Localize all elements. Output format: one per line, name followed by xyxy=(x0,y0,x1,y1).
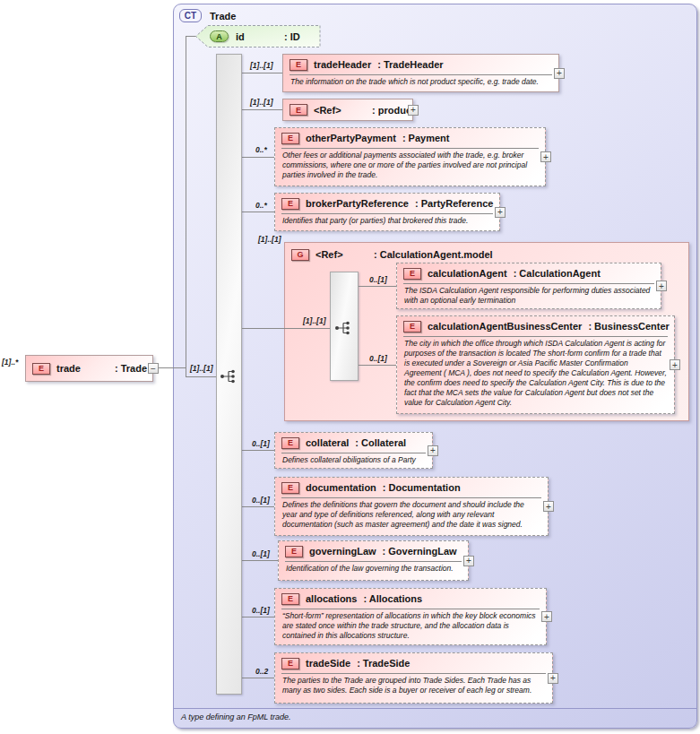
connector-line-allocations xyxy=(242,617,274,617)
element-annotation: The information on the trade which is no… xyxy=(290,74,552,87)
expand-icon[interactable]: + xyxy=(463,556,474,566)
collapse-icon[interactable]: − xyxy=(148,363,159,374)
element-name: documentation xyxy=(306,482,376,493)
element-annotation: The parties to the Trade are grouped int… xyxy=(281,673,546,695)
element-name: tradeHeader xyxy=(314,59,371,70)
inner-sequence-icon xyxy=(334,320,354,336)
element-type: : PartyReference xyxy=(415,198,493,209)
expand-icon[interactable]: + xyxy=(540,151,551,162)
complex-type-badge: CT xyxy=(179,9,202,22)
element-badge: E xyxy=(281,482,299,494)
attribute-id[interactable]: A id : ID xyxy=(195,25,321,47)
element-badge: E xyxy=(285,546,303,557)
element-type: : Documentation xyxy=(383,482,461,493)
connector-line-brokerpartyreference xyxy=(242,212,274,212)
cardinality-calculationagentbusinesscenter: 0..[1] xyxy=(369,354,387,363)
element-annotation: Defines collateral obiligations of a Par… xyxy=(281,453,426,465)
expand-icon[interactable]: + xyxy=(408,105,419,116)
element-annotation: Identifies that party (or parties) that … xyxy=(281,213,493,226)
element-badge: E xyxy=(403,321,421,332)
element-title: E trade : Trade xyxy=(26,356,152,381)
expand-icon[interactable]: + xyxy=(670,359,680,370)
element-name: collateral xyxy=(306,437,349,448)
element-name: otherPartyPayment xyxy=(306,133,396,143)
element-type: : Trade xyxy=(115,363,147,374)
element-brokerpartyreference[interactable]: E brokerPartyReference : PartyReference … xyxy=(274,193,500,231)
complex-type-header: CT Trade xyxy=(179,9,236,22)
root-element-trade[interactable]: E trade : Trade − xyxy=(25,355,153,382)
cardinality-tradeheader: [1]..[1] xyxy=(250,61,273,70)
element-badge: E xyxy=(281,658,299,669)
element-title: E <Ref> : product xyxy=(283,99,412,120)
schema-diagram: CT Trade A type defining an FpML trade. … xyxy=(0,0,700,734)
cardinality-tradeside: 0..2 xyxy=(255,667,268,676)
element-annotation: Defines the definitions that govern the … xyxy=(281,497,541,530)
element-type: : TradeSide xyxy=(357,658,410,669)
element-badge: E xyxy=(403,268,421,280)
element-name: calculationAgentBusinessCenter xyxy=(428,321,582,332)
attribute-title: A id : ID xyxy=(210,25,300,47)
element-calculationagent[interactable]: E calculationAgent : CalculationAgent Th… xyxy=(396,263,661,309)
element-title: E tradeSide : TradeSide xyxy=(275,653,552,673)
cardinality-documentation: 0..[1] xyxy=(252,496,270,505)
connector-line-governinglaw xyxy=(242,560,278,561)
group-type: : CalculationAgent.model xyxy=(374,249,493,260)
element-title: E brokerPartyReference : PartyReference xyxy=(275,194,499,213)
cardinality-otherpartypayment: 0..* xyxy=(255,145,267,154)
element-badge: E xyxy=(281,593,299,605)
element-tradeside[interactable]: E tradeSide : TradeSide The parties to t… xyxy=(274,652,553,704)
element-documentation[interactable]: E documentation : Documentation Defines … xyxy=(274,477,549,536)
element-annotation: The ISDA Calculation Agent responsible f… xyxy=(403,283,654,306)
connector-line-collateral xyxy=(242,450,274,451)
expand-icon[interactable]: + xyxy=(548,673,558,684)
element-governinglaw[interactable]: E governingLaw : GoverningLaw Identifica… xyxy=(278,540,469,581)
cardinality-allocations: 0..[1] xyxy=(252,606,270,615)
expand-icon[interactable]: + xyxy=(495,207,506,218)
element-type: : CalculationAgent xyxy=(514,268,601,279)
expand-icon[interactable]: + xyxy=(543,501,554,512)
element-title: E collateral : Collateral xyxy=(275,433,432,453)
element-name: tradeSide xyxy=(306,658,350,669)
group-badge: G xyxy=(291,249,309,261)
element-type: : Collateral xyxy=(355,437,406,448)
element-name: brokerPartyReference xyxy=(306,198,409,209)
element-annotation: “Short-form” representation of allocatio… xyxy=(281,609,540,641)
connector-line-calculationagent xyxy=(359,286,396,287)
element-badge: E xyxy=(281,133,299,144)
expand-icon[interactable]: + xyxy=(554,68,565,79)
cardinality-inner-sequence: [1]..[1] xyxy=(303,316,326,325)
expand-icon[interactable]: + xyxy=(428,445,438,456)
connector-line-documentation xyxy=(242,506,274,507)
connector-line-tradeside xyxy=(242,678,274,678)
expand-icon[interactable]: + xyxy=(656,281,667,291)
expand-icon[interactable]: + xyxy=(541,611,552,622)
element-badge: E xyxy=(281,437,299,449)
element-badge: E xyxy=(281,198,299,210)
element-badge: E xyxy=(290,104,307,116)
element-collateral[interactable]: E collateral : Collateral Defines collat… xyxy=(274,432,433,469)
element-otherpartypayment[interactable]: E otherPartyPayment : Payment Other fees… xyxy=(274,127,546,186)
element-badge: E xyxy=(290,59,307,71)
connector-line-calculationagentbusinesscenter xyxy=(359,365,396,366)
element-title: E calculationAgentBusinessCenter : Busin… xyxy=(397,316,674,336)
element-title: E governingLaw : GoverningLaw xyxy=(279,541,468,561)
element-name: trade xyxy=(56,363,108,374)
element-calculationagentbusinesscenter[interactable]: E calculationAgentBusinessCenter : Busin… xyxy=(396,315,675,414)
element-type: : GoverningLaw xyxy=(383,546,457,557)
connector-line-calculationagent-model xyxy=(242,328,330,329)
group-name: <Ref> xyxy=(315,249,367,260)
cardinality-calculationagent-model: [1]..[1] xyxy=(258,235,281,244)
element-type: : BusinessCenter xyxy=(588,321,669,332)
element-tradeheader[interactable]: E tradeHeader : TradeHeader The informat… xyxy=(282,54,559,92)
connector-line-trunk xyxy=(186,36,186,377)
cardinality-collateral: 0..[1] xyxy=(252,439,270,448)
element-product-ref[interactable]: E <Ref> : product + xyxy=(282,99,413,121)
element-name: calculationAgent xyxy=(428,268,507,279)
element-type: : TradeHeader xyxy=(377,59,443,70)
sequence-icon xyxy=(220,368,239,384)
element-type: : Allocations xyxy=(363,593,422,604)
cardinality-calculationagent: 0..[1] xyxy=(369,275,387,284)
connector-line-tradeheader xyxy=(242,73,282,73)
element-name: <Ref> xyxy=(314,105,366,116)
element-allocations[interactable]: E allocations : Allocations “Short-form”… xyxy=(274,588,547,645)
